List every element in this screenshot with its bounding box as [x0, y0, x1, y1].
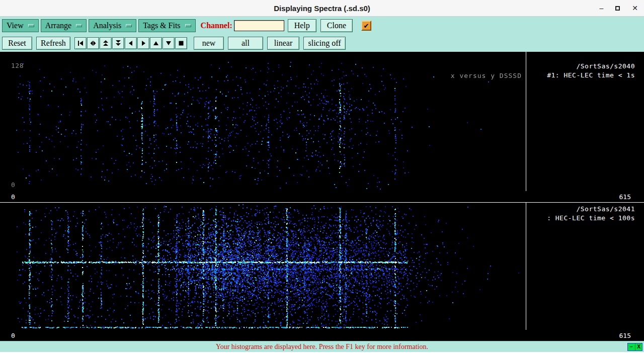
statusbar: Your histograms are displayed here. Pres… [0, 341, 644, 352]
menu-analysis[interactable]: Analysis [89, 19, 136, 32]
pan-up-icon [153, 40, 159, 46]
titlebar: Displaying Spectra (.sd.s0) – ✕ [0, 0, 644, 17]
statusbar-close-icon[interactable]: X [635, 343, 642, 350]
fit-horizontal-button[interactable] [87, 37, 99, 49]
spectrum-path: /SortSas/s2041 [526, 205, 635, 214]
spectrum-bottom: /SortSas/s2041 : HEC-LEC time < 100s 0 6… [0, 202, 644, 341]
menu-analysis-label: Analysis [93, 21, 121, 30]
maximize-icon[interactable] [615, 6, 620, 11]
toolbar-row-1: View Arrange Analysis Tags & Fits Channe… [2, 19, 642, 33]
scroll-top-button[interactable] [100, 37, 112, 49]
statusbar-mini-controls: − X [627, 343, 642, 351]
menu-indicator-icon [76, 24, 82, 27]
menu-view[interactable]: View [2, 19, 39, 32]
spectrum-bottom-axis-row: 0 615 [0, 330, 644, 341]
spectrum-bottom-info-panel: /SortSas/s2041 : HEC-LEC time < 100s [526, 203, 644, 330]
pan-right-icon [140, 40, 146, 46]
spectrum-top-canvas[interactable] [10, 62, 526, 190]
display-area: 128 0 x versus y DSSSD /SortSas/s2040 #1… [0, 52, 644, 341]
status-message: Your histograms are displayed here. Pres… [216, 343, 428, 351]
all-button[interactable]: all [228, 37, 263, 50]
menu-tags-fits-label: Tags & Fits [143, 21, 180, 30]
menu-indicator-icon [126, 24, 132, 27]
spectrum-top-axis-row: 0 615 [0, 191, 644, 202]
window-controls: – ✕ [599, 0, 638, 16]
toolbar-row-2: Reset Refresh [2, 36, 642, 50]
spectrum-path: /SortSas/s2040 [526, 62, 635, 71]
spectrum-bottom-canvas[interactable] [10, 204, 526, 329]
spectrum-condition: #1: HEC-LEC time < 1s [526, 71, 635, 80]
x-max-label: 615 [619, 332, 631, 339]
statusbar-minimize-icon[interactable]: − [628, 343, 635, 350]
plot-overlay-label: x versus y DSSSD [451, 72, 522, 79]
channel-input[interactable] [234, 20, 284, 31]
refresh-button[interactable]: Refresh [36, 37, 70, 50]
x-min-label: 0 [11, 193, 15, 201]
scroll-bottom-button[interactable] [112, 37, 124, 49]
pan-left-button[interactable] [125, 37, 137, 49]
spectrum-top-info-panel: /SortSas/s2040 #1: HEC-LEC time < 1s [526, 52, 644, 191]
channel-label: Channel: [201, 21, 232, 30]
checkbox[interactable]: ✔ [361, 21, 371, 31]
spectrum-top-plot-row: 128 0 x versus y DSSSD /SortSas/s2040 #1… [0, 52, 644, 191]
stop-square-button[interactable] [175, 37, 187, 49]
spectrum-top-plot-area: 128 0 x versus y DSSSD [0, 52, 526, 191]
minimize-icon[interactable]: – [599, 4, 603, 12]
slicing-toggle-button[interactable]: slicing off [303, 37, 346, 50]
spectrum-condition: : HEC-LEC time < 100s [526, 214, 635, 223]
spectrum-top: 128 0 x versus y DSSSD /SortSas/s2040 #1… [0, 52, 644, 202]
menu-indicator-icon [185, 24, 191, 27]
menu-arrange[interactable]: Arrange [41, 19, 87, 32]
linear-button[interactable]: linear [267, 37, 299, 50]
help-button[interactable]: Help [288, 19, 316, 32]
menu-tags-fits[interactable]: Tags & Fits [138, 19, 195, 32]
x-max-label: 615 [619, 193, 631, 201]
reset-button[interactable]: Reset [2, 37, 32, 50]
menu-arrange-label: Arrange [45, 21, 71, 30]
stop-square-icon [178, 40, 184, 46]
x-min-label: 0 [11, 332, 15, 339]
spectrum-bottom-plot-area [0, 203, 526, 330]
pan-up-button[interactable] [150, 37, 162, 49]
pan-down-button[interactable] [163, 37, 175, 49]
scroll-top-icon [103, 40, 109, 46]
pan-down-icon [166, 40, 172, 46]
close-icon[interactable]: ✕ [632, 4, 638, 12]
new-button[interactable]: new [194, 37, 224, 50]
y-max-label: 128 [11, 62, 24, 69]
window-title: Displaying Spectra (.sd.s0) [0, 4, 644, 13]
scroll-bottom-icon [115, 40, 121, 46]
skip-to-start-icon [77, 40, 84, 46]
spectrum-bottom-plot-row: /SortSas/s2041 : HEC-LEC time < 100s [0, 203, 644, 330]
menu-indicator-icon [28, 24, 34, 27]
menu-view-label: View [7, 21, 24, 30]
fit-horizontal-icon [90, 40, 96, 46]
clone-button[interactable]: Clone [320, 19, 353, 32]
pan-left-icon [128, 40, 134, 46]
skip-to-start-button[interactable] [74, 37, 87, 49]
app-window: Displaying Spectra (.sd.s0) – ✕ View Arr… [0, 0, 644, 353]
y-min-label: 0 [11, 181, 15, 189]
toolbar: View Arrange Analysis Tags & Fits Channe… [0, 17, 644, 52]
pan-right-button[interactable] [137, 37, 149, 49]
check-icon: ✔ [364, 22, 369, 30]
